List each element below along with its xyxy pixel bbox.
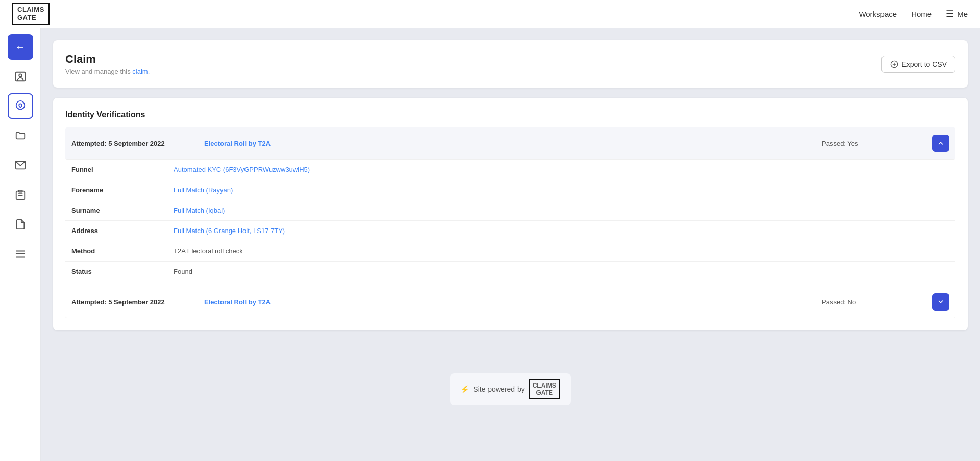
funnel-link[interactable]: Automated KYC (6F3VyGPPRWuzww3uwiH5) [174, 166, 310, 173]
detail-method-value: T2A Electoral roll check [174, 247, 949, 255]
footer-powered-by: Site powered by [473, 385, 524, 393]
page-title: Claim [65, 53, 150, 66]
sidebar-file-button[interactable] [8, 212, 33, 237]
surname-value: Full Match (Iqbal) [174, 207, 225, 214]
main-content: Claim View and manage this claim. Export… [41, 28, 980, 461]
section-title: Identity Verifications [65, 110, 955, 119]
verif-1-attempted: Attempted: 5 September 2022 [71, 140, 204, 147]
verif-2-action [924, 293, 949, 311]
chevron-down-icon [937, 298, 944, 305]
header: CLAIMS GATE Workspace Home ☰ Me [0, 0, 980, 28]
detail-forename: Forename Full Match (Rayyan) [65, 180, 955, 200]
sidebar-contacts-button[interactable] [8, 64, 33, 89]
email-icon [15, 160, 26, 171]
svg-point-1 [19, 74, 22, 77]
contacts-icon [15, 71, 26, 82]
layout: ← [0, 28, 980, 461]
sidebar-tasks-button[interactable] [8, 182, 33, 208]
sidebar-back-button[interactable]: ← [8, 34, 33, 60]
sidebar-folder-button[interactable] [8, 123, 33, 148]
detail-funnel-label: Funnel [71, 166, 174, 173]
detail-status-label: Status [71, 268, 174, 275]
page-subtitle: View and manage this claim. [65, 68, 150, 75]
verif-2-attempted: Attempted: 5 September 2022 [71, 298, 204, 306]
address-value: Full Match (6 Grange Holt, LS17 7TY) [174, 227, 285, 235]
export-csv-button[interactable]: Export to CSV [881, 56, 955, 73]
header-logo: CLAIMS GATE [12, 3, 50, 24]
verif-2-type-link[interactable]: Electoral Roll by T2A [204, 298, 271, 306]
fingerprint-icon [15, 100, 26, 112]
clipboard-icon [15, 189, 26, 200]
file-icon [15, 219, 26, 230]
verif-2-header-row: Attempted: 5 September 2022 Electoral Ro… [65, 286, 955, 318]
folder-icon [15, 130, 26, 141]
verification-2: Attempted: 5 September 2022 Electoral Ro… [65, 286, 955, 318]
detail-surname: Surname Full Match (Iqbal) [65, 200, 955, 221]
page-title-section: Claim View and manage this claim. [65, 53, 150, 75]
detail-address-value: Full Match (6 Grange Holt, LS17 7TY) [174, 227, 949, 235]
page-header: Claim View and manage this claim. Export… [65, 53, 955, 75]
footer: ⚡ Site powered by CLAIMS GATE [53, 361, 968, 418]
verif-2-expand-button[interactable] [932, 293, 949, 311]
detail-surname-label: Surname [71, 207, 174, 214]
page-header-card: Claim View and manage this claim. Export… [53, 40, 968, 88]
divider [65, 284, 955, 284]
detail-funnel: Funnel Automated KYC (6F3VyGPPRWuzww3uwi… [65, 160, 955, 180]
detail-forename-value: Full Match (Rayyan) [174, 186, 949, 194]
detail-address-label: Address [71, 227, 174, 235]
nav-workspace[interactable]: Workspace [859, 10, 897, 18]
verif-2-type: Electoral Roll by T2A [204, 298, 822, 306]
forename-value: Full Match (Rayyan) [174, 186, 233, 194]
verif-1-header-row: Attempted: 5 September 2022 Electoral Ro… [65, 127, 955, 160]
verification-1: Attempted: 5 September 2022 Electoral Ro… [65, 127, 955, 281]
identity-verifications-card: Identity Verifications Attempted: 5 Sept… [53, 98, 968, 330]
nav-home[interactable]: Home [911, 10, 932, 18]
lightning-icon: ⚡ [460, 385, 469, 393]
verif-1-type-link[interactable]: Electoral Roll by T2A [204, 140, 271, 147]
detail-address: Address Full Match (6 Grange Holt, LS17 … [65, 221, 955, 241]
detail-status: Status Found [65, 262, 955, 281]
footer-badge: ⚡ Site powered by CLAIMS GATE [450, 373, 570, 405]
verif-1-passed: Passed: Yes [822, 140, 924, 147]
verif-1-type: Electoral Roll by T2A [204, 140, 822, 147]
sidebar: ← [0, 28, 41, 461]
verif-1-collapse-button[interactable] [932, 135, 949, 152]
claim-link[interactable]: claim [132, 68, 148, 75]
chevron-up-icon [937, 140, 944, 147]
export-icon [890, 60, 898, 68]
nav-me-btn[interactable]: ☰ Me [946, 8, 968, 19]
sidebar-list-button[interactable] [8, 241, 33, 267]
detail-method-label: Method [71, 247, 174, 255]
detail-surname-value: Full Match (Iqbal) [174, 207, 949, 214]
sidebar-email-button[interactable] [8, 152, 33, 178]
list-icon [15, 248, 26, 260]
sidebar-identity-button[interactable] [8, 93, 33, 119]
verif-2-passed: Passed: No [822, 298, 924, 306]
hamburger-icon: ☰ [946, 8, 954, 19]
header-nav: Workspace Home ☰ Me [859, 8, 968, 19]
footer-logo: CLAIMS GATE [529, 379, 560, 399]
detail-status-value: Found [174, 268, 949, 275]
verif-1-action [924, 135, 949, 152]
detail-method: Method T2A Electoral roll check [65, 241, 955, 262]
detail-funnel-value: Automated KYC (6F3VyGPPRWuzww3uwiH5) [174, 166, 949, 173]
detail-forename-label: Forename [71, 186, 174, 194]
